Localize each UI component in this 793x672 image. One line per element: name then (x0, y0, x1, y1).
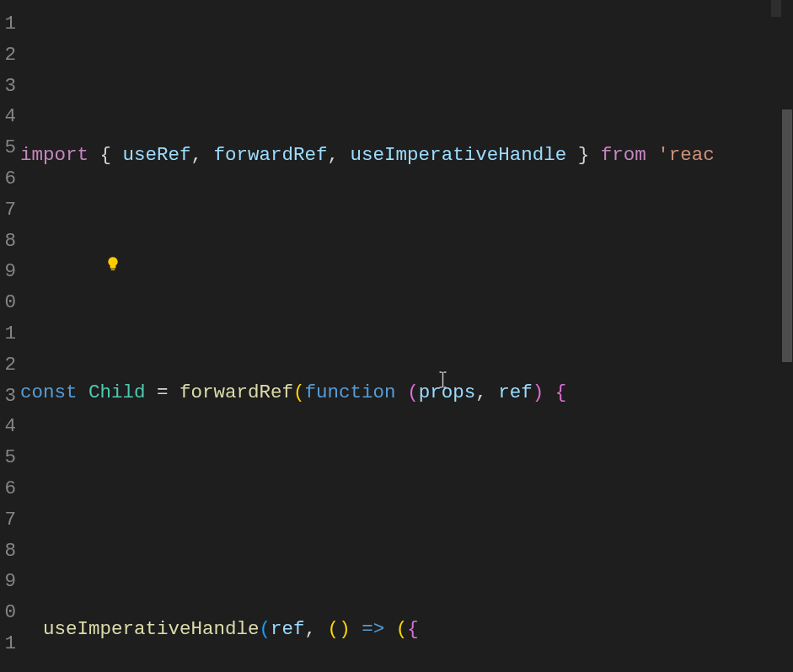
minimap-slider[interactable] (771, 0, 781, 17)
line-number: 3 (0, 71, 17, 102)
line-number: 7 (0, 504, 17, 536)
line-number: 1 (0, 8, 17, 40)
token-function: forwardRef (179, 377, 293, 408)
token-keyword: import (20, 140, 88, 171)
line-number: 4 (0, 101, 17, 132)
line-number: 0 (0, 287, 17, 318)
code-line[interactable]: import { useRef, forwardRef, useImperati… (20, 140, 793, 171)
line-number: 9 (0, 256, 17, 287)
token-variable: forwardRef (214, 140, 328, 171)
line-number: 2 (0, 40, 17, 71)
code-line[interactable] (20, 259, 793, 290)
line-number: 6 (0, 163, 17, 195)
token-keyword: const (20, 377, 78, 408)
token-variable: useRef (123, 140, 191, 171)
vertical-scrollbar[interactable] (781, 0, 793, 672)
token-string: 'reac (657, 140, 715, 171)
line-number: 8 (0, 536, 17, 567)
text-cursor-icon (369, 349, 380, 366)
line-number: 1 (0, 318, 17, 349)
line-number: 8 (0, 226, 17, 257)
token-function: useImperativeHandle (43, 614, 260, 645)
line-number: 7 (0, 195, 17, 226)
lightbulb-icon[interactable] (37, 233, 52, 248)
line-number: 4 (0, 411, 17, 442)
line-number: 9 (0, 566, 17, 597)
code-line[interactable] (20, 495, 793, 526)
code-editor[interactable]: 1 2 3 4 5 6 7 8 9 0 1 2 3 4 5 6 7 8 9 0 … (0, 0, 793, 672)
line-number: 5 (0, 442, 17, 473)
scrollbar-thumb[interactable] (782, 109, 792, 362)
line-number: 3 (0, 381, 17, 412)
line-number: 0 (0, 597, 17, 628)
token-variable: useImperativeHandle (351, 140, 567, 171)
line-number: 2 (0, 349, 17, 381)
code-area[interactable]: import { useRef, forwardRef, useImperati… (17, 0, 793, 672)
line-number: 6 (0, 473, 17, 504)
token-keyword: from (601, 140, 646, 171)
line-number: 1 (0, 628, 17, 659)
line-number-gutter: 1 2 3 4 5 6 7 8 9 0 1 2 3 4 5 6 7 8 9 0 … (0, 0, 17, 672)
code-line[interactable]: useImperativeHandle(ref, () => ({ (20, 614, 793, 645)
token-type: Child (88, 377, 146, 408)
line-number: 5 (0, 132, 17, 163)
